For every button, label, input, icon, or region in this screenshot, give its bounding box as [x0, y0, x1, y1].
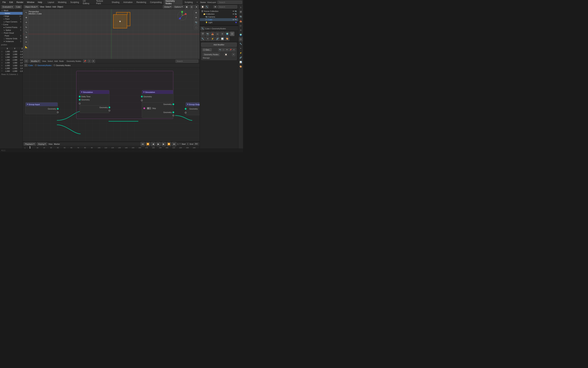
measure-tool-btn[interactable]: 📐 [24, 45, 28, 49]
camera-item[interactable]: 📷 Camera [200, 15, 238, 18]
tree-item-curve[interactable]: ~ Curve [0, 23, 23, 26]
modifier-name-dropdown[interactable]: Geometry Nodes [203, 53, 220, 56]
viewport-mode-dropdown[interactable]: Object Mode ▾ [24, 5, 39, 9]
icon-bar-info[interactable]: ℹ [239, 5, 243, 9]
view-layer-props-btn[interactable]: 🗂 [215, 32, 220, 36]
perspective-btn[interactable]: ⬚ [194, 25, 198, 29]
viewport-add-menu[interactable]: Add [52, 6, 56, 8]
menu-help[interactable]: Help [36, 1, 44, 4]
icon-bar-render[interactable]: 📷 [239, 14, 243, 18]
next-keyframe-btn[interactable]: ⏩ [167, 142, 171, 146]
modifier-close-btn[interactable]: ✕ [232, 53, 235, 56]
zoom-in-btn[interactable]: ⊕ [194, 10, 198, 15]
sim-right-skip-socket[interactable] [143, 107, 145, 109]
tab-layout[interactable]: Layout [46, 1, 56, 4]
viewport-solid-btn[interactable]: ◉ [185, 5, 189, 9]
tab-rendering[interactable]: Rendering [135, 1, 148, 4]
eye-icon[interactable]: 👁 [232, 10, 234, 12]
tab-scripting[interactable]: Scripting [183, 1, 195, 4]
tab-uv-editing[interactable]: UV Editing [81, 0, 94, 5]
collection-item[interactable]: 📁 Collection 👁 📷 [200, 13, 238, 15]
group-input-empty-socket[interactable] [57, 111, 59, 113]
scene-settings-btn[interactable]: ⚙ [220, 32, 225, 36]
node-editor[interactable]: ▾ Group Input Geometry [23, 67, 200, 142]
viewport-canvas[interactable]: User Perspective (1) Collection | Cube + [23, 9, 200, 59]
modifier-camera-btn[interactable]: 📷 [218, 48, 222, 51]
viewport-wire-btn[interactable]: ◎ [189, 5, 194, 9]
sim-right-geom-out-socket[interactable] [172, 103, 174, 105]
tree-item-control-points[interactable]: ● Control Points 0 [0, 26, 23, 29]
timeline-view-menu[interactable]: View [48, 143, 53, 145]
scale-tool-btn[interactable]: ⤡ [24, 30, 28, 34]
scene-props-btn[interactable]: 🎬 [200, 32, 205, 36]
node-sim-left[interactable]: ▾ Simulation Delta Time Geometry [80, 90, 109, 113]
node-node-menu[interactable]: Node [59, 60, 64, 62]
modifier-geo-header[interactable]: ⬡ Geo... 📷 ⬡ 👁 📌 ✕ [201, 48, 237, 52]
tab-compositing[interactable]: Compositing [148, 1, 164, 4]
object-dropdown[interactable]: Cube [15, 5, 22, 9]
new-btn[interactable]: + [87, 59, 91, 63]
sim-right-out-bottom-socket[interactable] [172, 115, 174, 116]
transform-dropdown[interactable]: Global ▾ [163, 5, 172, 9]
start-frame-value[interactable]: 1 [186, 143, 189, 145]
tab-shading[interactable]: Shading [110, 1, 121, 4]
icon-bar-world[interactable]: 🌍 [239, 33, 243, 37]
group-output-empty-socket[interactable] [185, 112, 187, 114]
material-btn[interactable]: 🎨 [225, 37, 230, 41]
tab-animation[interactable]: Animation [122, 1, 134, 4]
modifier-pin-btn[interactable]: 📌 [229, 48, 232, 51]
icon-bar-physics[interactable]: ⚡ [239, 51, 243, 55]
viewport-rendered-btn[interactable]: ● [194, 5, 199, 9]
modifier-expand-btn[interactable]: ⬡ Geo... [202, 48, 212, 51]
top-search-input[interactable] [217, 1, 242, 4]
evaluated-dropdown[interactable]: Evaluated ▾ [1, 5, 14, 9]
sim-right-geom2-socket[interactable] [172, 111, 174, 113]
add-modifier-btn[interactable]: Add Modifier [201, 43, 237, 47]
transform-tool-btn[interactable]: ⊞ [24, 35, 28, 39]
tree-item-volume-grids[interactable]: ⬚ Volume Grids 0 [0, 37, 23, 40]
sim-right-bottom-socket[interactable] [141, 100, 143, 101]
group-output-geometry-socket[interactable] [185, 108, 187, 110]
icon-bar-view-layer[interactable]: 🗂 [239, 23, 243, 28]
tree-item-spline[interactable]: ∿ Spline 0 [0, 29, 23, 32]
node-group-output[interactable]: ▾ Group Output Geometry [186, 102, 200, 115]
modifier-nodetree-btn[interactable]: 📋 [224, 53, 227, 56]
constraints-btn[interactable]: 🔗 [215, 37, 220, 41]
breadcrumb-cube[interactable]: Cube [28, 64, 33, 66]
sim-right-geom-in-socket[interactable] [141, 96, 143, 97]
props-icon-btn[interactable]: 🔧 [201, 27, 204, 30]
tree-item-edge[interactable]: / Edge 12 [0, 15, 23, 18]
render-icon-col[interactable]: 📷 [235, 13, 237, 15]
sim-left-out-bottom-socket[interactable] [108, 110, 110, 111]
breadcrumb-node-tree[interactable]: Geometry Nodes [56, 64, 71, 66]
playback-dropdown[interactable]: Playback ▾ [24, 142, 36, 146]
select-tool-btn[interactable]: ↖ [24, 10, 28, 15]
keying-dropdown[interactable]: Keying ▾ [37, 142, 47, 146]
render-props-btn[interactable]: 📷 [205, 32, 210, 36]
icon-bar-modifier[interactable]: 🔧 [239, 42, 243, 46]
modifier-props-btn[interactable]: 🔧 [200, 37, 205, 41]
node-group-input[interactable]: ▾ Group Input Geometry [25, 102, 58, 114]
skip-checkbox[interactable] [147, 107, 151, 110]
menu-render[interactable]: Render [15, 1, 25, 4]
node-editor-canvas[interactable]: ▾ Group Input Geometry [23, 67, 200, 142]
world-btn[interactable]: 🌍 [225, 32, 230, 36]
node-view-menu[interactable]: View [42, 60, 46, 62]
icon-bar-scene[interactable]: 🎬 [239, 10, 243, 14]
tree-item-face-corners[interactable]: ◻ Face Corners 4 [0, 20, 23, 23]
next-frame-btn[interactable]: ▶ [162, 142, 166, 146]
data-btn[interactable]: 📊 [220, 37, 225, 41]
zoom-out-btn[interactable]: ⊖ [194, 15, 198, 20]
tab-geometry-nodes[interactable]: Geometry Nodes [164, 0, 182, 5]
tree-item-point[interactable]: · Point 0 [0, 34, 23, 37]
tree-item-vertex[interactable]: · Vertex 8 [0, 12, 23, 15]
tab-sculpting[interactable]: Sculpting [69, 1, 81, 4]
tree-item-face[interactable]: □ Face 6 [0, 18, 23, 20]
sim-left-delta-socket[interactable] [79, 96, 80, 97]
tab-texture-paint[interactable]: Texture Paint [94, 0, 110, 5]
icon-bar-constraints[interactable]: 🔗 [239, 55, 243, 60]
menu-file[interactable]: File [1, 1, 7, 4]
viewport-view-menu[interactable]: View [40, 6, 44, 8]
icon-bar-material[interactable]: 🎨 [239, 64, 243, 69]
icon-bar-data[interactable]: 📊 [239, 60, 243, 64]
